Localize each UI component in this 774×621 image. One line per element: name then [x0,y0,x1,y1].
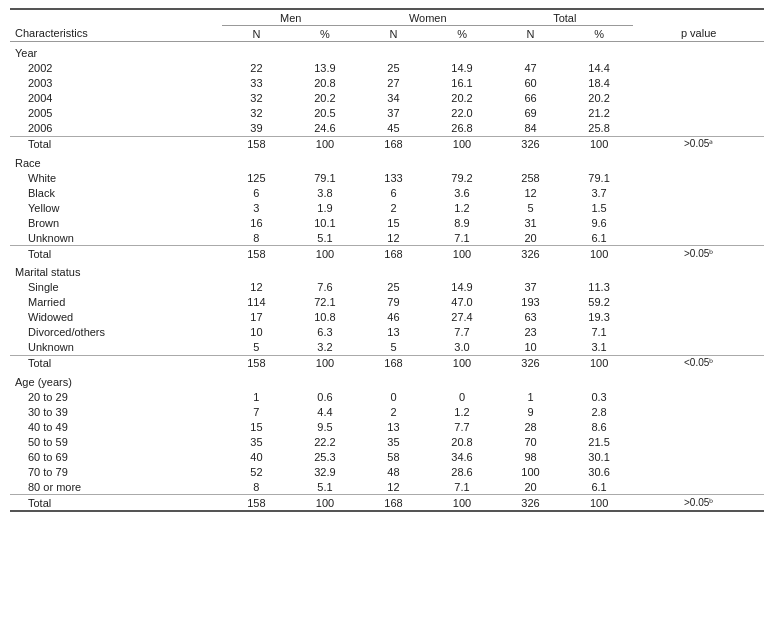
men-group-header: Men [222,9,359,26]
pval-cell: <0.05ᵇ [633,355,764,371]
women-n-cell: 15 [359,215,428,230]
men-n-cell: 15 [222,419,291,434]
total-pct-cell: 2.8 [565,404,634,419]
pval-cell [633,464,764,479]
section-label-row: Year [10,42,764,61]
men-pct-cell: 5.1 [291,230,360,246]
pval-header: p value [633,26,764,42]
table-row: Total158100168100326100>0.05ᵇ [10,246,764,262]
total-pct-cell: 30.6 [565,464,634,479]
pval-cell [633,295,764,310]
pval-cell [633,106,764,121]
women-pct-cell: 14.9 [428,61,497,76]
col-header-row: Characteristics N % N % N % p value [10,26,764,42]
women-n-header: N [359,26,428,42]
char-cell: 40 to 49 [10,419,222,434]
char-cell: White [10,170,222,185]
total-n-cell: 1 [496,389,565,404]
men-pct-header: % [291,26,360,42]
char-cell: 30 to 39 [10,404,222,419]
women-pct-cell: 16.1 [428,76,497,91]
char-cell: 20 to 29 [10,389,222,404]
pval-cell [633,340,764,356]
total-n-cell: 5 [496,200,565,215]
men-pct-cell: 10.8 [291,310,360,325]
total-n-cell: 326 [496,355,565,371]
women-pct-cell: 1.2 [428,200,497,215]
men-pct-cell: 25.3 [291,449,360,464]
men-n-cell: 125 [222,170,291,185]
total-n-cell: 326 [496,495,565,512]
total-n-cell: 193 [496,295,565,310]
men-n-cell: 158 [222,246,291,262]
men-pct-cell: 32.9 [291,464,360,479]
total-n-cell: 23 [496,325,565,340]
table-row: Black63.863.6123.7 [10,185,764,200]
men-n-cell: 158 [222,136,291,152]
women-pct-cell: 100 [428,355,497,371]
char-cell: Black [10,185,222,200]
women-n-cell: 2 [359,200,428,215]
total-n-cell: 12 [496,185,565,200]
women-n-cell: 2 [359,404,428,419]
pval-cell [633,280,764,295]
total-pct-cell: 14.4 [565,61,634,76]
section-label: Marital status [10,261,764,280]
men-pct-cell: 20.2 [291,91,360,106]
char-cell: Unknown [10,230,222,246]
char-cell: Total [10,246,222,262]
men-n-cell: 1 [222,389,291,404]
total-pct-cell: 6.1 [565,479,634,495]
section-label-row: Age (years) [10,371,764,390]
men-n-cell: 52 [222,464,291,479]
men-n-cell: 10 [222,325,291,340]
total-pct-cell: 79.1 [565,170,634,185]
pval-cell [633,170,764,185]
men-n-cell: 32 [222,91,291,106]
header-group-row: Men Women Total [10,9,764,26]
table-row: 20043220.23420.26620.2 [10,91,764,106]
total-n-cell: 9 [496,404,565,419]
table-row: 30 to 3974.421.292.8 [10,404,764,419]
women-n-cell: 27 [359,76,428,91]
pval-cell [633,419,764,434]
table-row: 40 to 49159.5137.7288.6 [10,419,764,434]
women-n-cell: 13 [359,325,428,340]
women-pct-cell: 47.0 [428,295,497,310]
total-pct-cell: 6.1 [565,230,634,246]
total-n-cell: 70 [496,434,565,449]
women-n-cell: 168 [359,136,428,152]
men-pct-cell: 1.9 [291,200,360,215]
char-cell: Total [10,355,222,371]
total-group-header: Total [496,9,633,26]
total-pct-header: % [565,26,634,42]
char-cell: Divorced/others [10,325,222,340]
char-cell: Unknown [10,340,222,356]
table-row: Widowed1710.84627.46319.3 [10,310,764,325]
women-n-cell: 25 [359,61,428,76]
men-pct-cell: 72.1 [291,295,360,310]
women-pct-cell: 7.7 [428,419,497,434]
pval-cell [633,310,764,325]
total-pct-cell: 3.7 [565,185,634,200]
total-pct-cell: 3.1 [565,340,634,356]
women-pct-cell: 100 [428,246,497,262]
table-row: Total158100168100326100>0.05ᵇ [10,495,764,512]
women-pct-header: % [428,26,497,42]
pval-cell [633,449,764,464]
total-n-cell: 100 [496,464,565,479]
total-pct-cell: 30.1 [565,449,634,464]
total-pct-cell: 59.2 [565,295,634,310]
men-n-cell: 40 [222,449,291,464]
pval-cell [633,185,764,200]
table-row: 70 to 795232.94828.610030.6 [10,464,764,479]
men-pct-cell: 100 [291,495,360,512]
char-cell: Brown [10,215,222,230]
pval-cell [633,230,764,246]
total-pct-cell: 1.5 [565,200,634,215]
table-row: White12579.113379.225879.1 [10,170,764,185]
women-pct-cell: 26.8 [428,121,497,137]
total-n-cell: 20 [496,479,565,495]
section-label-row: Marital status [10,261,764,280]
section-label: Year [10,42,764,61]
